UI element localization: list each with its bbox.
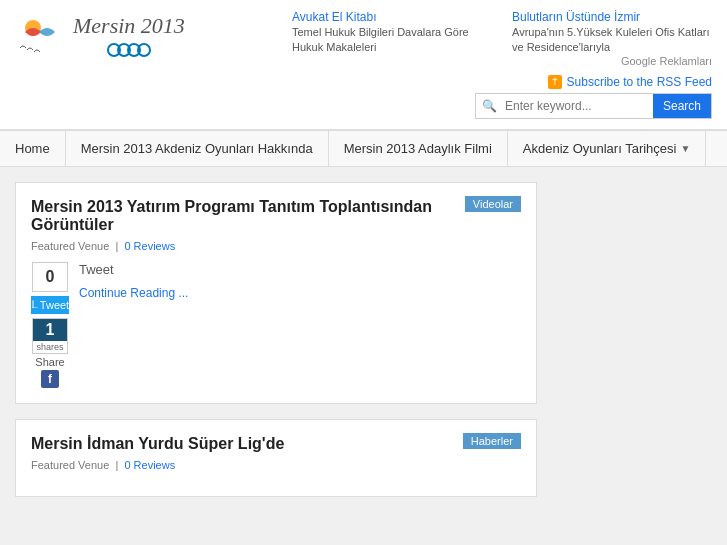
shares-number: 1: [33, 319, 67, 341]
article-card-2: Haberler Mersin İdman Yurdu Süper Lig'de…: [15, 419, 537, 497]
nav-item-home[interactable]: Home: [0, 131, 66, 166]
logo-icon: [15, 10, 65, 60]
audi-rings: [107, 43, 151, 57]
nav-item-tarihce[interactable]: Akdeniz Oyunları Tarihçesi ▼: [508, 131, 707, 166]
search-input[interactable]: [503, 95, 653, 117]
article-meta-2: Featured Venue | 0 Reviews: [31, 459, 521, 471]
article-header-2: Haberler Mersin İdman Yurdu Süper Lig'de: [31, 435, 521, 459]
search-icon: 🔍: [476, 95, 503, 117]
content-area: Videolar Mersin 2013 Yatırım Programı Ta…: [15, 182, 537, 497]
article-title-2[interactable]: Mersin İdman Yurdu Süper Lig'de: [31, 435, 521, 453]
article-card-1: Videolar Mersin 2013 Yatırım Programı Ta…: [15, 182, 537, 404]
rss-icon: ⍑: [548, 75, 562, 89]
ring-4: [137, 43, 151, 57]
nav-item-film[interactable]: Mersin 2013 Adaylık Filmi: [329, 131, 508, 166]
ad-block-2: Bulutların Üstünde İzmir Avrupa'nın 5.Yü…: [512, 10, 712, 67]
article-text-area-1: Tweet Continue Reading ...: [79, 262, 521, 388]
article-tag-1[interactable]: Videolar: [465, 196, 521, 212]
page-header: Mersin 2013 Avukat El Kitabı Temel Hukuk…: [0, 0, 727, 130]
article-body-1: 0 𝕃 Tweet 1 shares Share f: [31, 262, 521, 388]
article-header-1: Videolar Mersin 2013 Yatırım Programı Ta…: [31, 198, 521, 240]
tweet-count-box: 0 𝕃 Tweet 1 shares Share f: [31, 262, 69, 388]
share-text: Share: [35, 356, 64, 368]
tweet-button[interactable]: 𝕃 Tweet: [31, 296, 69, 314]
rss-link[interactable]: Subscribe to the RSS Feed: [567, 75, 712, 89]
article-reviews-link-1[interactable]: 0 Reviews: [124, 240, 175, 252]
dropdown-arrow-icon: ▼: [680, 143, 690, 154]
article-reviews-link-2[interactable]: 0 Reviews: [124, 459, 175, 471]
ad-desc-2: Avrupa'nın 5.Yüksek Kuleleri Ofis Katlar…: [512, 26, 710, 53]
facebook-icon[interactable]: f: [41, 370, 59, 388]
twitter-icon: 𝕃: [31, 299, 38, 310]
main-wrapper: Videolar Mersin 2013 Yatırım Programı Ta…: [0, 167, 727, 512]
ad-link-2[interactable]: Bulutların Üstünde İzmir: [512, 10, 712, 24]
tweet-label-btn: Tweet: [40, 299, 69, 311]
rss-row: ⍑ Subscribe to the RSS Feed: [548, 75, 712, 89]
header-right: Avukat El Kitabı Temel Hukuk Bilgileri D…: [205, 10, 712, 119]
article-meta-1: Featured Venue | 0 Reviews: [31, 240, 521, 252]
article-tag-2[interactable]: Haberler: [463, 433, 521, 449]
article-venue-1: Featured Venue: [31, 240, 109, 252]
navigation: Home Mersin 2013 Akdeniz Oyunları Hakkın…: [0, 130, 727, 167]
tweet-label: Tweet: [79, 262, 521, 277]
ad-desc-1: Temel Hukuk Bilgileri Davalara Göre Huku…: [292, 26, 469, 53]
article-title-1[interactable]: Mersin 2013 Yatırım Programı Tanıtım Top…: [31, 198, 521, 234]
search-button[interactable]: Search: [653, 94, 711, 118]
continue-reading-link-1[interactable]: Continue Reading ...: [79, 286, 188, 300]
shares-label: shares: [36, 341, 63, 353]
ad-link-1[interactable]: Avukat El Kitabı: [292, 10, 492, 24]
header-ads: Avukat El Kitabı Temel Hukuk Bilgileri D…: [205, 10, 712, 67]
logo-title: Mersin 2013: [73, 13, 185, 39]
ad-block-1: Avukat El Kitabı Temel Hukuk Bilgileri D…: [292, 10, 492, 67]
logo-area: Mersin 2013: [15, 10, 185, 60]
search-row: 🔍 Search: [475, 93, 712, 119]
logo-text-area: Mersin 2013: [73, 13, 185, 57]
shares-count-wrap: 1 shares: [32, 318, 68, 354]
tweet-count: 0: [32, 262, 68, 292]
shares-box: 1 shares Share f: [32, 318, 68, 388]
google-label: Google Reklamları: [512, 55, 712, 67]
nav-item-hakkinda[interactable]: Mersin 2013 Akdeniz Oyunları Hakkında: [66, 131, 329, 166]
article-venue-2: Featured Venue: [31, 459, 109, 471]
sidebar: [552, 182, 712, 497]
